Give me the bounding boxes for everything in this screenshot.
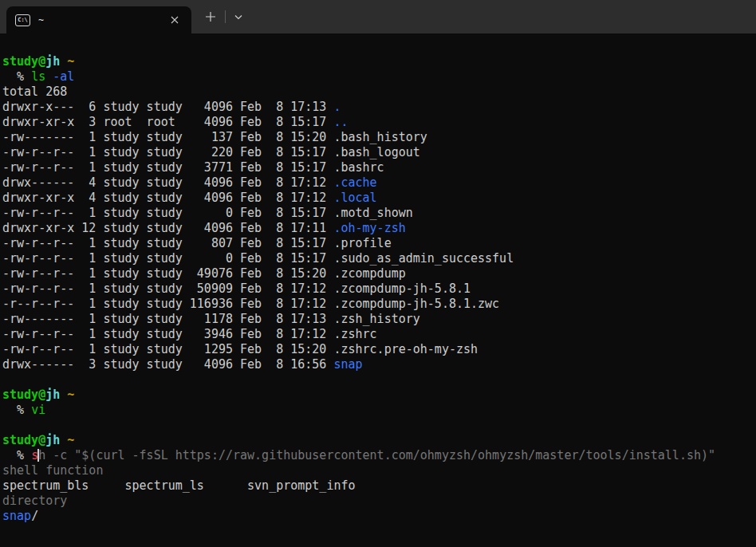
terminal-text: % <box>2 448 31 462</box>
command: ls <box>31 69 45 84</box>
terminal-line: drwx------ 4 study study 4096 Feb 8 17:1… <box>2 175 756 191</box>
terminal-line: study@jh ~ <box>2 54 756 69</box>
tab-bar-divider <box>225 10 226 23</box>
terminal-line: spectrum_bls spectrum_ls svn_prompt_info <box>2 478 756 494</box>
terminal-line <box>2 372 756 388</box>
terminal-text: drwxr-x--- 6 study study 4096 Feb 8 17:1… <box>2 100 333 114</box>
terminal-text: drwx------ 4 study study 4096 Feb 8 17:1… <box>2 175 333 190</box>
autosuggestion: h -c "$(curl -fsSL https://raw.githubuse… <box>38 448 715 462</box>
command: vi <box>31 403 45 417</box>
terminal-line: snap/ <box>2 509 756 524</box>
tab-home[interactable]: C:\ ~ <box>6 6 191 33</box>
tab-bar: C:\ ~ <box>0 0 756 33</box>
terminal-text: / <box>31 509 38 523</box>
terminal-line: -rw-r--r-- 1 study study 0 Feb 8 15:17 .… <box>2 206 756 221</box>
terminal-line: -rw-r--r-- 1 study study 49076 Feb 8 15:… <box>2 266 756 281</box>
terminal-text: -rw-r--r-- 1 study study 807 Feb 8 15:17… <box>2 236 392 250</box>
terminal-text: drwxr-xr-x 3 root root 4096 Feb 8 15:17 <box>2 115 333 129</box>
prompt-user: study@ <box>2 433 45 447</box>
dir-name: . <box>333 100 341 114</box>
terminal-line: -rw-r--r-- 1 study study 0 Feb 8 15:17 .… <box>2 251 756 266</box>
terminal-line: drwxr-xr-x 4 study study 4096 Feb 8 17:1… <box>2 191 756 206</box>
terminal-line <box>2 418 756 433</box>
terminal-text: total 268 <box>2 85 67 99</box>
prompt-host: jh <box>45 433 60 447</box>
terminal-line: study@jh ~ <box>2 388 756 403</box>
dir-name: .cache <box>333 175 376 190</box>
terminal-line: % ls -al <box>2 69 756 85</box>
terminal-line: % sh -c "$(curl -fsSL https://raw.github… <box>2 448 756 463</box>
terminal-window: C:\ ~ study@jh ~ % ls -altotal 268drwxr-… <box>0 0 756 547</box>
terminal-line: drwxr-xr-x 3 root root 4096 Feb 8 15:17 … <box>2 115 756 130</box>
terminal-text: -rw-r--r-- 1 study study 1295 Feb 8 15:2… <box>2 342 478 356</box>
close-tab-icon[interactable] <box>168 14 181 26</box>
completion-group-label: directory <box>2 494 67 508</box>
completion-candidates: spectrum_bls spectrum_ls svn_prompt_info <box>2 478 356 493</box>
terminal-line: shell function <box>2 463 756 478</box>
terminal-text: -rw-r--r-- 1 study study 3771 Feb 8 15:1… <box>2 160 384 175</box>
terminal-line: drwx------ 3 study study 4096 Feb 8 16:5… <box>2 357 756 372</box>
terminal-line: drwxr-x--- 6 study study 4096 Feb 8 17:1… <box>2 100 756 115</box>
terminal-line: -rw-r--r-- 1 study study 3771 Feb 8 15:1… <box>2 160 756 175</box>
terminal-text: -rw-r--r-- 1 study study 0 Feb 8 15:17 .… <box>2 206 413 220</box>
command-option: -al <box>53 69 74 84</box>
terminal-text: -r--r--r-- 1 study study 116936 Feb 8 17… <box>2 297 499 311</box>
terminal-line: -rw------- 1 study study 137 Feb 8 15:20… <box>2 130 756 145</box>
prompt-host: jh <box>45 54 60 69</box>
terminal-line: directory <box>2 494 756 509</box>
prompt-host: jh <box>45 388 60 402</box>
prompt-path: ~ <box>60 54 74 69</box>
terminal-text: -rw------- 1 study study 137 Feb 8 15:20… <box>2 130 427 144</box>
terminal-line: drwxr-xr-x 12 study study 4096 Feb 8 17:… <box>2 221 756 236</box>
terminal-line: -rw-r--r-- 1 study study 1295 Feb 8 15:2… <box>2 342 756 357</box>
dir-name: .oh-my-zsh <box>333 221 405 235</box>
prompt-path: ~ <box>60 433 74 447</box>
completion-group-label: shell function <box>2 463 103 478</box>
new-tab-button[interactable] <box>204 10 217 23</box>
dir-name: .local <box>333 191 376 205</box>
terminal-screen[interactable]: study@jh ~ % ls -altotal 268drwxr-x--- 6… <box>0 33 756 547</box>
terminal-text: drwx------ 3 study study 4096 Feb 8 16:5… <box>2 357 333 372</box>
terminal-line: -rw-r--r-- 1 study study 50909 Feb 8 17:… <box>2 281 756 297</box>
terminal-text: -rw-r--r-- 1 study study 50909 Feb 8 17:… <box>2 281 471 296</box>
terminal-text: % <box>2 69 31 84</box>
dir-name: snap <box>333 357 362 372</box>
command-prompt-icon: C:\ <box>15 14 30 26</box>
terminal-text: % <box>2 403 31 417</box>
terminal-text: drwxr-xr-x 12 study study 4096 Feb 8 17:… <box>2 221 333 235</box>
prompt-user: study@ <box>2 388 45 402</box>
completion-dir-name: snap <box>2 509 31 523</box>
dir-name: .. <box>333 115 348 129</box>
terminal-text: -rw-r--r-- 1 study study 49076 Feb 8 15:… <box>2 266 406 281</box>
terminal-text: -rw-r--r-- 1 study study 220 Feb 8 15:17… <box>2 145 420 159</box>
terminal-line: -rw------- 1 study study 1178 Feb 8 17:1… <box>2 312 756 327</box>
terminal-line: % vi <box>2 403 756 418</box>
terminal-text <box>45 69 53 84</box>
terminal-line: -rw-r--r-- 1 study study 220 Feb 8 15:17… <box>2 145 756 160</box>
terminal-text: -rw-r--r-- 1 study study 3946 Feb 8 17:1… <box>2 327 377 341</box>
terminal-line: total 268 <box>2 85 756 100</box>
prompt-path: ~ <box>60 388 74 402</box>
prompt-user: study@ <box>2 54 45 69</box>
terminal-text: -rw------- 1 study study 1178 Feb 8 17:1… <box>2 312 420 326</box>
terminal-line: -rw-r--r-- 1 study study 807 Feb 8 15:17… <box>2 236 756 251</box>
terminal-line: -r--r--r-- 1 study study 116936 Feb 8 17… <box>2 297 756 312</box>
tab-dropdown-button[interactable] <box>232 10 245 23</box>
terminal-text: drwxr-xr-x 4 study study 4096 Feb 8 17:1… <box>2 191 333 205</box>
terminal-line: study@jh ~ <box>2 433 756 448</box>
terminal-text: -rw-r--r-- 1 study study 0 Feb 8 15:17 .… <box>2 251 514 266</box>
terminal-line: -rw-r--r-- 1 study study 3946 Feb 8 17:1… <box>2 327 756 342</box>
tab-title: ~ <box>38 14 168 26</box>
